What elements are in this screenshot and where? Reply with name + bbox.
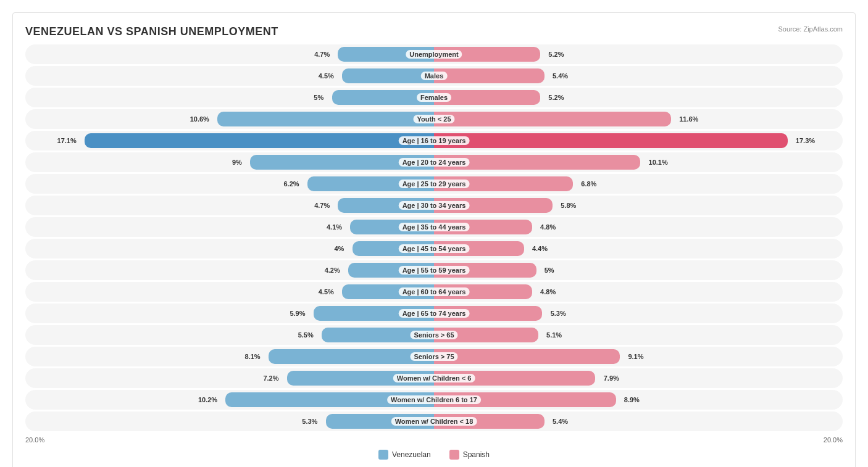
bar-row: Women w/ Children 6 to 1710.2%8.9%	[25, 390, 843, 410]
right-bar	[434, 133, 788, 148]
right-value: 5.1%	[546, 331, 562, 339]
left-value: 6.2%	[283, 180, 299, 188]
left-bar	[342, 68, 434, 83]
left-value: 5.5%	[298, 331, 314, 339]
bar-row: Youth < 2510.6%11.6%	[25, 109, 843, 129]
axis-right: 20.0%	[824, 436, 843, 444]
center-label: Age | 60 to 64 years	[399, 287, 470, 296]
left-value: 5.3%	[302, 418, 317, 425]
left-value: 4.5%	[319, 72, 334, 80]
bar-row: Females5%5.2%	[25, 88, 843, 107]
bar-row: Age | 16 to 19 years17.1%17.3%	[25, 131, 843, 151]
left-value: 8.1%	[245, 353, 261, 360]
center-label: Age | 45 to 54 years	[399, 244, 470, 253]
left-value: 4.7%	[314, 202, 330, 209]
bar-row: Age | 20 to 24 years9%10.1%	[25, 152, 843, 172]
center-label: Women w/ Children 6 to 17	[387, 395, 481, 404]
spanish-label: Spanish	[463, 450, 490, 459]
bar-row: Seniors > 758.1%9.1%	[25, 347, 843, 366]
bar-row: Age | 30 to 34 years4.7%5.8%	[25, 196, 843, 215]
chart-area: Unemployment4.7%5.2%Males4.5%5.4%Females…	[25, 44, 843, 431]
center-label: Age | 16 to 19 years	[399, 136, 470, 145]
right-value: 5%	[545, 267, 554, 274]
right-value: 5.3%	[551, 310, 566, 317]
left-bar	[269, 349, 434, 364]
right-value: 5.4%	[553, 418, 568, 425]
left-value: 17.1%	[57, 137, 77, 144]
chart-title: VENEZUELAN VS SPANISH UNEMPLOYMENT	[25, 25, 843, 38]
left-value: 4.5%	[319, 288, 334, 295]
venezuelan-swatch	[378, 450, 388, 460]
left-bar	[217, 112, 434, 126]
legend-venezuelan: Venezuelan	[378, 450, 431, 460]
right-value: 17.3%	[796, 137, 815, 144]
left-value: 7.2%	[263, 374, 278, 382]
axis-left: 20.0%	[25, 436, 44, 444]
left-value: 4.1%	[327, 223, 342, 231]
left-value: 5.9%	[290, 310, 305, 317]
right-bar	[434, 68, 545, 83]
chart-container: VENEZUELAN VS SPANISH UNEMPLOYMENT Sourc…	[12, 12, 856, 467]
left-value: 10.6%	[190, 115, 209, 123]
right-value: 10.1%	[649, 159, 668, 166]
bar-row: Seniors > 655.5%5.1%	[25, 325, 843, 345]
right-value: 5.8%	[561, 202, 576, 209]
spanish-swatch	[449, 450, 459, 460]
right-value: 4.4%	[532, 245, 548, 252]
left-value: 4.2%	[325, 267, 340, 274]
bar-row: Age | 35 to 44 years4.1%4.8%	[25, 217, 843, 237]
left-bar	[85, 133, 434, 148]
legend: Venezuelan Spanish	[25, 450, 843, 460]
bar-row: Age | 55 to 59 years4.2%5%	[25, 260, 843, 280]
left-value: 10.2%	[198, 396, 217, 403]
center-label: Unemployment	[406, 50, 462, 59]
center-label: Age | 65 to 74 years	[399, 309, 470, 318]
bar-row: Women w/ Children < 185.3%5.4%	[25, 411, 843, 431]
center-label: Females	[417, 93, 451, 102]
bar-row: Age | 65 to 74 years5.9%5.3%	[25, 304, 843, 323]
bar-row: Unemployment4.7%5.2%	[25, 44, 843, 64]
bar-row: Age | 45 to 54 years4%4.4%	[25, 239, 843, 258]
right-value: 7.9%	[604, 374, 619, 382]
bar-row: Age | 60 to 64 years4.5%4.8%	[25, 282, 843, 302]
center-label: Age | 30 to 34 years	[399, 201, 470, 210]
bar-row: Age | 25 to 29 years6.2%6.8%	[25, 174, 843, 194]
center-label: Youth < 25	[413, 115, 454, 123]
center-label: Age | 55 to 59 years	[399, 266, 470, 275]
right-value: 4.8%	[540, 223, 556, 231]
source-label: Source: ZipAtlas.com	[778, 25, 843, 33]
legend-spanish: Spanish	[449, 450, 490, 460]
axis-row: 20.0% 20.0%	[25, 436, 843, 444]
right-value: 5.2%	[548, 51, 564, 58]
bar-row: Males4.5%5.4%	[25, 66, 843, 86]
right-value: 9.1%	[628, 353, 643, 360]
center-label: Males	[421, 72, 448, 80]
right-bar	[434, 112, 671, 126]
right-bar	[434, 349, 620, 364]
left-value: 5%	[314, 94, 323, 101]
right-value: 8.9%	[624, 396, 640, 403]
left-value: 4.7%	[314, 51, 330, 58]
left-value: 9%	[232, 159, 242, 166]
center-label: Seniors > 65	[410, 331, 457, 339]
right-value: 6.8%	[581, 180, 596, 188]
center-label: Age | 20 to 24 years	[399, 158, 470, 167]
center-label: Age | 25 to 29 years	[399, 180, 470, 188]
venezuelan-label: Venezuelan	[392, 450, 431, 459]
bar-row: Women w/ Children < 67.2%7.9%	[25, 368, 843, 388]
right-value: 11.6%	[679, 115, 698, 123]
center-label: Women w/ Children < 18	[391, 417, 477, 426]
center-label: Seniors > 75	[410, 352, 457, 361]
center-label: Women w/ Children < 6	[393, 374, 475, 382]
right-value: 5.2%	[548, 94, 564, 101]
left-value: 4%	[334, 245, 344, 252]
right-value: 4.8%	[540, 288, 556, 295]
right-value: 5.4%	[553, 72, 568, 80]
center-label: Age | 35 to 44 years	[399, 223, 470, 231]
